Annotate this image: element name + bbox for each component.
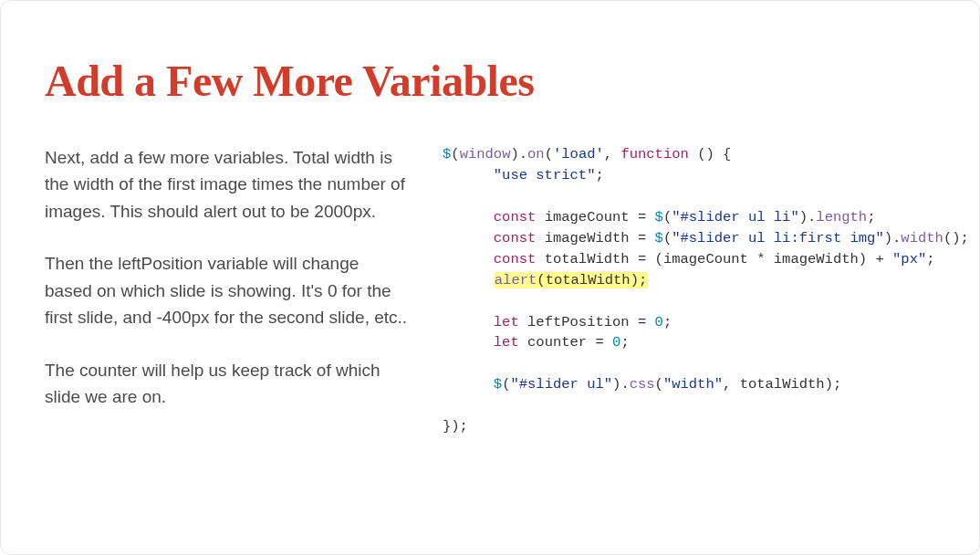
code-token: ; <box>620 334 629 351</box>
code-token: "#slider ul li:first img" <box>672 230 884 246</box>
code-token: ; <box>639 272 647 288</box>
code-token: ) <box>952 230 960 246</box>
code-token: ( <box>655 376 663 393</box>
code-token: = <box>587 334 612 351</box>
code-token: ) <box>799 209 808 225</box>
code-token: function <box>620 146 688 162</box>
code-token: + <box>867 251 892 267</box>
code-token: "width" <box>663 376 723 393</box>
code-token: = <box>630 251 655 267</box>
code-token: * <box>748 251 774 267</box>
code-token: , <box>604 146 621 162</box>
code-token: = <box>630 209 655 225</box>
code-token: ( <box>655 251 663 267</box>
code-token: ; <box>833 376 841 393</box>
code-token: ) <box>825 376 833 393</box>
code-token: ) <box>859 251 867 267</box>
code-token: ( <box>537 272 545 288</box>
code-token: counter <box>527 334 587 351</box>
code-token: $ <box>655 230 663 246</box>
code-token: alert <box>495 272 537 288</box>
code-token: imageWidth <box>774 251 859 267</box>
code-token: totalWidth <box>545 251 630 267</box>
code-token: css <box>630 376 655 393</box>
code-token: ; <box>961 230 969 246</box>
code-token: $ <box>443 146 451 162</box>
slide-title: Add a Few More Variables <box>45 56 935 106</box>
text-column: Next, add a few more variables. Total wi… <box>45 144 410 437</box>
code-token: ; <box>595 167 603 183</box>
code-token: const <box>494 209 537 225</box>
slide-container: Add a Few More Variables Next, add a few… <box>1 1 979 474</box>
code-token: ) <box>884 230 892 246</box>
code-token: "#slider ul" <box>510 376 612 393</box>
code-token: 0 <box>612 334 620 351</box>
code-token: length <box>816 209 867 225</box>
code-token: imageWidth <box>545 230 630 246</box>
code-token: = <box>630 314 655 330</box>
code-token: 'load' <box>553 146 604 162</box>
code-token: ; <box>663 314 672 330</box>
code-token: 0 <box>655 314 663 330</box>
code-token: ; <box>867 209 875 225</box>
code-token: ) <box>510 146 518 162</box>
code-token: totalWidth <box>740 376 825 393</box>
code-token: ( <box>944 230 952 246</box>
highlighted-line: alert(totalWidth); <box>494 272 648 288</box>
code-token: imageCount <box>545 209 630 225</box>
code-token: () { <box>689 146 732 162</box>
code-token: leftPosition <box>527 314 630 330</box>
code-block: $(window).on('load', function () { "use … <box>443 144 969 437</box>
code-token: ( <box>663 230 672 246</box>
code-token: ; <box>926 251 934 267</box>
content-row: Next, add a few more variables. Total wi… <box>45 144 935 437</box>
code-token: ( <box>663 209 672 225</box>
paragraph-1: Next, add a few more variables. Total wi… <box>45 144 410 225</box>
code-token: . <box>620 376 629 393</box>
code-token: $ <box>494 376 502 393</box>
code-token: $ <box>655 209 663 225</box>
code-token: ( <box>451 146 459 162</box>
code-token: let <box>494 334 519 351</box>
code-token: }); <box>443 418 468 435</box>
code-token: "use strict" <box>494 167 596 183</box>
code-token: "px" <box>892 251 926 267</box>
code-token: const <box>494 230 537 246</box>
code-token: imageCount <box>663 251 748 267</box>
code-token: ( <box>545 146 553 162</box>
code-token: totalWidth <box>546 272 631 288</box>
code-token: ) <box>612 376 620 393</box>
code-token: window <box>460 146 511 162</box>
code-token: on <box>527 146 545 162</box>
code-token: = <box>630 230 655 246</box>
paragraph-2: Then the leftPosition variable will chan… <box>45 250 410 330</box>
code-token: const <box>494 251 537 267</box>
code-token: width <box>901 230 944 246</box>
code-token: . <box>519 146 527 162</box>
code-token: , <box>723 376 740 393</box>
code-token: ) <box>631 272 639 288</box>
code-token: . <box>892 230 901 246</box>
code-token: "#slider ul li" <box>672 209 799 225</box>
code-token: . <box>808 209 816 225</box>
code-token: let <box>494 314 519 330</box>
paragraph-3: The counter will help us keep track of w… <box>45 357 410 411</box>
